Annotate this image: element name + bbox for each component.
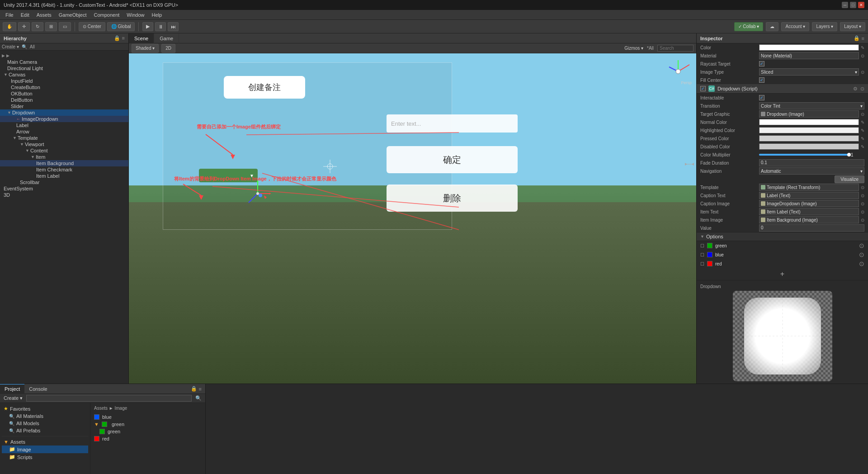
disabled-color-field[interactable] xyxy=(759,143,859,150)
transition-field[interactable]: Color Tint ▾ xyxy=(759,102,864,109)
menu-gameobject[interactable]: GameObject xyxy=(55,11,90,19)
hand-tool-button[interactable]: ✋ xyxy=(3,22,16,31)
highlighted-color-edit-icon[interactable]: ✎ xyxy=(861,128,864,133)
target-graphic-dot-icon[interactable]: ⊙ xyxy=(861,112,864,117)
pressed-color-field[interactable] xyxy=(759,135,859,142)
hier-item-checkmark[interactable]: Item Checkmark xyxy=(0,166,128,173)
collab-button[interactable]: ✓ Collab ▾ xyxy=(734,22,764,31)
raycast-checkbox[interactable] xyxy=(759,61,764,66)
shaded-button[interactable]: Shaded ▾ xyxy=(132,44,159,53)
asset-blue[interactable]: blue xyxy=(92,413,203,421)
target-graphic-field[interactable]: Dropdown (Image) xyxy=(759,110,859,118)
template-field[interactable]: Template (Rect Transform) xyxy=(759,184,859,191)
all-models-item[interactable]: 🔍 All Models xyxy=(2,420,88,427)
menu-edit[interactable]: Edit xyxy=(17,11,33,19)
image-type-field[interactable]: Sliced ▾ xyxy=(759,68,859,76)
menu-window[interactable]: Window xyxy=(123,11,148,19)
hierarchy-menu-icon[interactable]: ≡ xyxy=(122,35,125,41)
global-button[interactable]: 🌐 Global xyxy=(107,22,135,31)
2d-button[interactable]: 2D xyxy=(161,44,175,53)
template-dot-icon[interactable]: ⊙ xyxy=(861,185,864,190)
hier-createbutton[interactable]: CreateButton xyxy=(0,84,128,90)
confirm-button-scene[interactable]: 确定 xyxy=(387,146,518,173)
delete-button-scene[interactable]: 删除 xyxy=(387,185,518,212)
inspector-menu-icon[interactable]: ≡ xyxy=(862,36,864,41)
hier-arrow[interactable]: Arrow xyxy=(0,128,128,135)
option-red-dot-icon[interactable]: ⊙ xyxy=(859,260,864,267)
window-controls[interactable]: ─ □ ✕ xyxy=(842,2,864,8)
color-multiplier-track[interactable] xyxy=(759,154,849,156)
hier-delbutton[interactable]: DelButton xyxy=(0,97,128,103)
option-red[interactable]: ☐ red ⊙ xyxy=(697,259,868,268)
script-enabled-checkbox[interactable] xyxy=(700,86,706,91)
value-field[interactable]: 0 xyxy=(759,224,864,232)
project-search-input[interactable] xyxy=(26,395,192,402)
asset-green-folder[interactable]: ▼ green xyxy=(92,421,203,428)
material-dot-icon[interactable]: ⊙ xyxy=(861,53,864,58)
play-button[interactable]: ▶ xyxy=(142,22,153,31)
script-dot-icon[interactable]: ⊙ xyxy=(860,86,864,92)
hier-3d[interactable]: 3D xyxy=(0,192,128,198)
cloud-button[interactable]: ☁ xyxy=(766,22,778,31)
visualize-button[interactable]: Visualize xyxy=(835,175,864,183)
inspector-lock-icon[interactable]: 🔒 xyxy=(854,35,860,41)
fill-center-checkbox[interactable] xyxy=(759,77,764,83)
create-button-scene[interactable]: 创建备注 xyxy=(224,76,305,99)
fade-duration-field[interactable]: 0.1 xyxy=(759,159,864,166)
hier-item-label[interactable]: Item Label xyxy=(0,173,128,179)
disabled-color-edit-icon[interactable]: ✎ xyxy=(861,144,864,149)
layout-button[interactable]: Layout ▾ xyxy=(840,22,865,31)
option-blue-dot-icon[interactable]: ⊙ xyxy=(859,251,864,258)
hier-okbutton[interactable]: OKButton xyxy=(0,90,128,97)
caption-image-field[interactable]: ImageDropdown (Image) xyxy=(759,200,859,207)
hier-canvas[interactable]: ▼ Canvas xyxy=(0,71,128,78)
project-menu-icon[interactable]: ≡ xyxy=(199,386,202,392)
project-create-button[interactable]: Create ▾ xyxy=(4,395,23,401)
image-folder-item[interactable]: 📁 Image xyxy=(2,446,88,453)
normal-color-edit-icon[interactable]: ✎ xyxy=(861,120,864,125)
navigation-field[interactable]: Automatic ▾ xyxy=(759,167,864,175)
gizmos-button[interactable]: Gizmos ▾ xyxy=(624,46,643,51)
scene-search-input[interactable] xyxy=(657,45,693,52)
all-prefabs-item[interactable]: 🔍 All Prefabs xyxy=(2,427,88,434)
hier-dropdown[interactable]: ▼ Dropdown xyxy=(0,109,128,116)
item-text-field[interactable]: Item Label (Text) xyxy=(759,208,859,215)
hier-imagedropdown[interactable]: ← ImageDropdown xyxy=(0,116,128,122)
assets-folder-item[interactable]: ▼ Assets xyxy=(2,438,88,446)
layers-button[interactable]: Layers ▾ xyxy=(812,22,837,31)
hier-directional-light[interactable]: Directional Light xyxy=(0,65,128,71)
hier-scrollbar[interactable]: Scrollbar xyxy=(0,179,128,185)
hier-item-background[interactable]: Item Background xyxy=(0,160,128,166)
menu-assets[interactable]: Assets xyxy=(33,11,55,19)
options-section-header[interactable]: ▼ Options xyxy=(697,232,868,241)
option-green-dot-icon[interactable]: ⊙ xyxy=(859,242,864,249)
rotate-tool-button[interactable]: ↻ xyxy=(32,22,43,31)
color-edit-icon[interactable]: ✎ xyxy=(861,45,864,50)
scripts-folder-item[interactable]: 📁 Scripts xyxy=(2,453,88,461)
options-add-button[interactable]: + xyxy=(697,268,868,280)
asset-green-child[interactable]: green xyxy=(92,428,203,435)
color-multiplier-thumb[interactable] xyxy=(847,153,851,156)
hierarchy-lock-icon[interactable]: 🔒 xyxy=(114,35,120,41)
step-button[interactable]: ⏭ xyxy=(168,22,179,31)
image-type-dot-icon[interactable]: ⊙ xyxy=(861,70,864,75)
hier-label[interactable]: Label xyxy=(0,122,128,128)
menu-file[interactable]: File xyxy=(2,11,17,19)
center-button[interactable]: ⊙ Center xyxy=(79,22,105,31)
pause-button[interactable]: ⏸ xyxy=(155,22,166,31)
hier-content[interactable]: ▼ Content xyxy=(0,147,128,154)
move-tool-button[interactable]: ✛ xyxy=(18,22,30,31)
rect-tool-button[interactable]: ▭ xyxy=(59,22,71,31)
caption-text-field[interactable]: Label (Text) xyxy=(759,192,859,199)
console-tab[interactable]: Console xyxy=(24,384,52,394)
hier-item[interactable]: ▼ Item xyxy=(0,154,128,160)
normal-color-field[interactable] xyxy=(759,119,859,125)
all-materials-item[interactable]: 🔍 All Materials xyxy=(2,412,88,420)
maximize-button[interactable]: □ xyxy=(850,2,856,8)
scene-tab[interactable]: Scene xyxy=(129,33,154,43)
hier-inputfield[interactable]: InputField xyxy=(0,78,128,84)
project-search-icon[interactable]: 🔍 xyxy=(195,395,202,401)
menu-help[interactable]: Help xyxy=(148,11,165,19)
hier-viewport[interactable]: ▼ Viewport xyxy=(0,141,128,147)
interactable-checkbox[interactable] xyxy=(759,95,764,100)
